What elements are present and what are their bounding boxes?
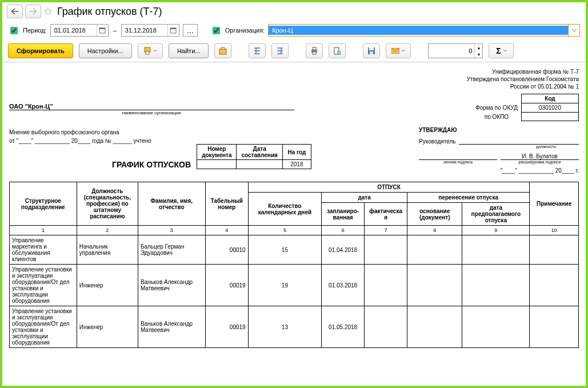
toolbar: Сформировать Настройки... Найти... ▲▼ Σ — [2, 40, 586, 62]
org-sublabel: наименование организации — [9, 110, 294, 115]
cell-actual — [365, 265, 407, 306]
cell-fio: Ваньков Александр Матвеевич — [138, 265, 205, 306]
print-button[interactable] — [306, 43, 323, 58]
cell-planned: 01.03.2018 — [322, 265, 365, 306]
name-sub: расшифровка подписи — [501, 160, 579, 164]
spinner-down-icon[interactable]: ▼ — [474, 51, 482, 58]
colnum: 5 — [248, 226, 322, 235]
meta-year: 2018 — [282, 160, 311, 169]
filter-bar: Период: – ... Организация: — [2, 21, 586, 40]
title-bar: График отпусков (Т-7) — [2, 2, 586, 21]
period-select-button[interactable]: ... — [183, 24, 198, 37]
date-to-input[interactable] — [122, 26, 167, 35]
form-line3: России от 05.01.2004 № 1 — [9, 83, 579, 90]
okud-value: 0301020 — [522, 103, 579, 113]
th-fio: Фамилия, имя, отчество — [138, 182, 205, 226]
colnum: 10 — [530, 226, 579, 235]
meta-num — [197, 160, 237, 169]
colnum: 6 — [322, 226, 365, 235]
meta-num-h: Номер документа — [197, 145, 237, 160]
colnum: 3 — [138, 226, 205, 235]
th-newdate: дата предполагаемого отпуска — [462, 203, 530, 226]
okud-label: Форма по ОКУД — [472, 103, 522, 113]
cell-newdate — [462, 235, 530, 265]
colnum: 1 — [10, 226, 77, 235]
th-tab: Табельный номер — [205, 182, 248, 226]
calendar-icon[interactable] — [97, 25, 108, 36]
report-body: Унифицированная форма № Т-7 Утверждена п… — [2, 62, 586, 383]
th-actual: фактическа я — [365, 203, 407, 226]
colnum: 8 — [407, 226, 462, 235]
back-button[interactable] — [7, 5, 23, 18]
find-button[interactable]: Найти... — [169, 43, 209, 58]
approve-date-stub: "____" ___________ 20____ г. — [419, 167, 579, 174]
save-variant-button[interactable] — [138, 43, 163, 58]
cell-newdate — [462, 306, 530, 348]
org-field — [268, 24, 580, 37]
cell-basis — [407, 306, 462, 348]
cell-dept: Управление маркетинга и обслуживания кли… — [10, 235, 77, 265]
org-dropdown-icon[interactable] — [568, 25, 579, 36]
approve-block: УТВЕРЖДАЮ Руководитель должность личная … — [419, 127, 579, 174]
cell-days: 19 — [248, 265, 322, 306]
open-variant-button[interactable] — [214, 43, 231, 58]
mail-button[interactable] — [386, 43, 411, 58]
approve-name: И. В. Булатов — [501, 153, 579, 160]
cell-position: Инженер — [77, 265, 138, 306]
sign-sub: личная подпись — [419, 160, 497, 164]
table-row: Управление установки и эксплуатации обор… — [10, 306, 579, 348]
svg-rect-3 — [170, 28, 176, 29]
generate-button[interactable]: Сформировать — [8, 43, 73, 58]
expand-groups-button[interactable] — [249, 43, 266, 58]
save-report-button[interactable] — [363, 43, 380, 58]
period-checkbox[interactable] — [10, 27, 18, 34]
cell-days: 13 — [248, 306, 322, 348]
approve-pos-sub: должность — [419, 145, 579, 149]
cell-position: Начальник управления — [77, 235, 138, 265]
period-label: Период: — [23, 27, 47, 34]
org-checkbox[interactable] — [213, 27, 220, 34]
cell-position: Инженер — [77, 306, 138, 348]
cell-planned: 01.05.2018 — [322, 306, 365, 348]
cell-actual — [365, 235, 407, 265]
svg-rect-13 — [369, 47, 374, 50]
cell-fio: Бальцер Герман Эдуардович — [138, 235, 205, 265]
spinner-up-icon[interactable]: ▲ — [474, 44, 482, 51]
th-transfer: перенесение отпуска — [407, 193, 530, 203]
cell-dept: Управление установки и эксплуатации обор… — [10, 306, 77, 348]
org-input[interactable] — [269, 26, 568, 35]
sum-button[interactable]: Σ — [489, 43, 514, 58]
svg-rect-5 — [146, 51, 149, 54]
date-from-input[interactable] — [51, 26, 97, 35]
cell-planned: 01.04.2018 — [322, 235, 365, 265]
calendar-icon[interactable] — [167, 25, 179, 36]
svg-rect-14 — [370, 51, 373, 54]
print-preview-button[interactable] — [329, 43, 346, 58]
cell-fio: Ваньков Александр Матвеевич — [138, 306, 205, 348]
number-spinner: ▲▼ — [428, 43, 483, 58]
th-date: дата — [322, 193, 407, 203]
favorite-icon[interactable] — [43, 7, 53, 16]
cell-note — [530, 265, 579, 306]
org-name: ОАО "Крон-Ц" — [9, 103, 294, 110]
spinner-input[interactable] — [429, 47, 474, 54]
forward-button[interactable] — [25, 5, 41, 18]
table-row: Управление маркетинга и обслуживания кли… — [10, 235, 579, 265]
doc-meta-table: Номер документа Дата составления На год … — [197, 144, 311, 169]
meta-date — [237, 160, 282, 169]
collapse-groups-button[interactable] — [271, 43, 289, 58]
code-header: Код — [522, 94, 579, 103]
main-table: Структурное подразделение Должность (спе… — [9, 182, 579, 348]
settings-button[interactable]: Настройки... — [79, 43, 132, 58]
form-line2: Утверждена постановлением Госкомстата — [9, 75, 579, 83]
colnum: 2 — [77, 226, 138, 235]
meta-year-h: На год — [282, 145, 311, 160]
meta-date-h: Дата составления — [237, 145, 282, 160]
approve-head-label: Руководитель — [419, 138, 455, 145]
th-note: Примечание — [530, 182, 579, 226]
cell-basis — [407, 235, 462, 265]
form-line1: Унифицированная форма № Т-7 — [9, 68, 579, 75]
okpo-label: по ОКПО — [472, 113, 522, 121]
th-dept: Структурное подразделение — [10, 182, 77, 226]
cell-tab: 00019 — [205, 265, 248, 306]
